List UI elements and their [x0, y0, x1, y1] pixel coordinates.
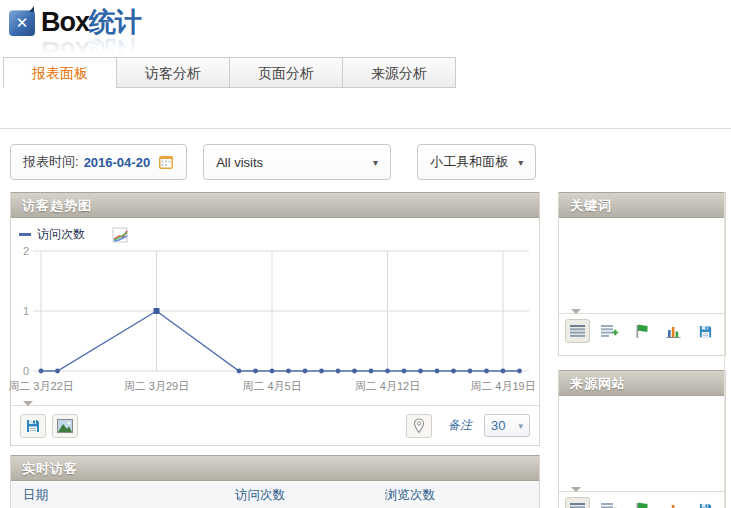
- x-axis-tick-label: 周二 4月5日: [242, 379, 301, 394]
- referrer-websites-footer: [559, 491, 725, 508]
- table-view-icon[interactable]: [565, 497, 590, 508]
- x-axis-tick-label: 周二 4月19日: [470, 379, 535, 394]
- chart-x-axis-labels: 周二 3月22日周二 3月29日周二 4月5日周二 4月12日周二 4月19日: [11, 377, 539, 395]
- visitor-trend-title: 访客趋势图: [11, 192, 539, 218]
- chart-footer: 备注 30 ▾: [11, 405, 539, 445]
- chart-legend: 访问次数: [11, 218, 539, 243]
- row-limit-value: 30: [491, 418, 505, 433]
- tab-dashboard[interactable]: 报表面板: [3, 57, 117, 88]
- header-divider: [0, 128, 731, 129]
- date-label: 报表时间:: [23, 153, 79, 171]
- keywords-title: 关键词: [559, 192, 725, 218]
- collapse-arrow-icon[interactable]: [23, 401, 33, 406]
- bar-chart-view-icon[interactable]: [661, 319, 686, 343]
- app-title: Box统计: [41, 7, 141, 37]
- keywords-body: [559, 218, 725, 313]
- legend-line-swatch: [19, 233, 31, 236]
- report-toolbar: 报表时间: 2016-04-20 All visits ▾ 小工具和面板 ▾: [10, 144, 536, 180]
- y-axis-tick-label: 0: [13, 365, 29, 377]
- export-image-icon[interactable]: [52, 414, 78, 438]
- realtime-title: 实时访客: [11, 455, 539, 481]
- main-nav-tabs: 报表面板 访客分析 页面分析 来源分析: [3, 57, 456, 88]
- app-title-en: Box: [41, 7, 89, 37]
- segment-selector[interactable]: All visits ▾: [203, 144, 391, 180]
- legend-label: 访问次数: [37, 226, 85, 243]
- series-picker-icon[interactable]: [111, 227, 129, 243]
- table-more-view-icon[interactable]: [597, 497, 622, 508]
- date-selector[interactable]: 报表时间: 2016-04-20: [10, 144, 187, 180]
- tab-visitors[interactable]: 访客分析: [116, 57, 230, 88]
- visitor-trend-widget: 访客趋势图 访问次数 012 周二 3月22日周二 3月29日周二 4月5日周二…: [10, 192, 540, 446]
- table-more-view-icon[interactable]: [597, 319, 622, 343]
- logo-icon: ✕: [9, 10, 35, 36]
- chart-footer-right: 备注 30 ▾: [406, 414, 530, 438]
- keywords-widget: 关键词: [558, 192, 726, 356]
- segment-value: All visits: [216, 155, 263, 170]
- chart-plot-area: [33, 245, 529, 377]
- dropdown-arrow-icon: ▾: [373, 157, 378, 168]
- column-pageviews[interactable]: 浏览次数: [385, 487, 435, 504]
- visits-line-chart[interactable]: 012: [11, 245, 539, 377]
- widgets-menu-label: 小工具和面板: [430, 153, 508, 171]
- collapse-arrow-icon[interactable]: [571, 487, 581, 492]
- export-disk-icon[interactable]: [693, 319, 718, 343]
- goals-flag-icon[interactable]: [629, 497, 654, 508]
- x-axis-tick-label: 周二 4月12日: [355, 379, 420, 394]
- referrer-websites-widget: 来源网站: [558, 370, 726, 508]
- y-axis-tick-label: 1: [13, 305, 29, 317]
- goals-flag-icon[interactable]: [629, 319, 654, 343]
- keywords-footer: [559, 313, 725, 349]
- referrer-websites-title: 来源网站: [559, 370, 725, 396]
- right-column-edge: [724, 192, 725, 508]
- realtime-table-header: 日期 访问次数 浏览次数: [11, 481, 539, 508]
- referrer-websites-body: [559, 396, 725, 491]
- tab-pages[interactable]: 页面分析: [229, 57, 343, 88]
- tab-referrers[interactable]: 来源分析: [342, 57, 456, 88]
- date-value: 2016-04-20: [84, 155, 151, 170]
- export-disk-icon[interactable]: [693, 497, 718, 508]
- export-disk-icon[interactable]: [20, 414, 46, 438]
- app-logo[interactable]: ✕ Box统计: [9, 7, 141, 37]
- annotation-pin-icon[interactable]: [406, 414, 432, 438]
- bar-chart-view-icon[interactable]: [661, 497, 686, 508]
- column-visits[interactable]: 访问次数: [235, 487, 285, 504]
- calendar-icon: [158, 154, 174, 170]
- x-axis-tick-label: 周二 3月22日: [8, 379, 73, 394]
- app-title-cn: 统计: [89, 7, 141, 37]
- table-view-icon[interactable]: [565, 319, 590, 343]
- collapse-arrow-icon[interactable]: [571, 309, 581, 314]
- dropdown-arrow-icon: ▾: [518, 157, 523, 168]
- column-date[interactable]: 日期: [23, 487, 48, 504]
- realtime-visitors-widget: 实时访客 日期 访问次数 浏览次数: [10, 455, 540, 508]
- y-axis-tick-label: 2: [13, 245, 29, 257]
- widgets-menu-button[interactable]: 小工具和面板 ▾: [417, 144, 536, 180]
- x-axis-tick-label: 周二 3月29日: [124, 379, 189, 394]
- row-limit-select[interactable]: 30 ▾: [484, 414, 530, 437]
- annotations-link[interactable]: 备注: [448, 417, 472, 434]
- dropdown-arrow-icon: ▾: [518, 421, 523, 431]
